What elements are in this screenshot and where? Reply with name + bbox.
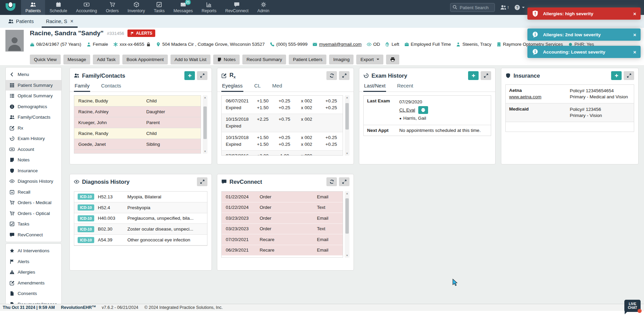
print-button[interactable] xyxy=(386,55,399,64)
insurance-carrier-link[interactable]: www.aetna.com xyxy=(509,94,570,99)
close-toast-icon[interactable]: × xyxy=(633,49,636,55)
nav-item[interactable]: Admin xyxy=(253,0,274,15)
add-to-wait-list-button[interactable]: Add to Wait List xyxy=(170,55,210,64)
sidebar-item[interactable]: Menu xyxy=(6,69,61,80)
close-toast-icon[interactable]: × xyxy=(633,11,636,17)
imaging-button[interactable]: Imaging xyxy=(329,55,354,64)
sidebar-item[interactable]: Orders - Medical xyxy=(6,197,61,208)
close-toast-icon[interactable]: × xyxy=(633,32,636,38)
scrollbar-thumb[interactable] xyxy=(345,198,349,234)
book-appointment-button[interactable]: Book Appointment xyxy=(122,55,168,64)
sidebar-item[interactable]: Alerts xyxy=(6,256,61,267)
nav-item[interactable]: RevConnect xyxy=(221,0,253,15)
sidebar-item[interactable]: Tasks xyxy=(6,219,61,230)
rx-row[interactable]: 07/07/2016 +2.00 -1.00 x 090 xyxy=(222,151,343,156)
scrollbar[interactable]: ▲▼ xyxy=(203,95,207,154)
live-chat-button[interactable]: LIVE CHAT xyxy=(624,300,641,312)
nav-item[interactable]: Schedule xyxy=(45,0,72,15)
insurance-row[interactable] xyxy=(506,122,634,132)
sidebar-item[interactable]: Insurance xyxy=(6,165,61,176)
alerts-badge[interactable]: ALERTS xyxy=(127,29,155,37)
family-row[interactable]: Racine, Randy Child xyxy=(74,128,201,139)
scrollbar-thumb[interactable] xyxy=(203,106,207,139)
revconnect-row[interactable]: 07/20/2021 Recare Email xyxy=(222,234,343,245)
scrollbar-thumb[interactable] xyxy=(345,103,349,130)
tab-last-next[interactable]: Last/Next xyxy=(363,82,386,92)
quick-view-button[interactable]: Quick View xyxy=(30,55,61,64)
nav-item[interactable]: Patients xyxy=(21,0,45,15)
scroll-down-icon[interactable]: ▼ xyxy=(204,150,206,153)
insurance-row[interactable]: Medicaid Policy# 123456 Primary - Vision xyxy=(506,103,634,122)
diagnosis-row[interactable]: ICD-10 H52.4 Presbyopia xyxy=(74,202,207,213)
revconnect-row[interactable]: 06/29/2021 Recare Email xyxy=(222,245,343,256)
toast-notification[interactable]: Accounting: Lowest severity × xyxy=(527,46,641,58)
patient-email-link[interactable]: myemail@gmail.com xyxy=(319,42,361,47)
message-button[interactable]: Message xyxy=(63,55,90,64)
sidebar-item[interactable]: RevConnect xyxy=(6,230,61,240)
family-row[interactable]: Goede, Janet Sibling xyxy=(74,139,201,150)
tab-cl[interactable]: CL xyxy=(254,82,261,92)
expand-card-button[interactable] xyxy=(339,71,349,80)
sidebar-item[interactable]: Consents xyxy=(6,288,61,299)
expand-card-button[interactable] xyxy=(197,71,207,80)
nav-item[interactable]: Inventory xyxy=(123,0,149,15)
exam-type-link[interactable]: CL Eval xyxy=(399,107,415,113)
patient-photo-placeholder[interactable] xyxy=(5,30,24,52)
expand-card-button[interactable] xyxy=(197,177,207,186)
nav-item[interactable]: Accounting xyxy=(72,0,101,15)
active-users-button[interactable]: ! xyxy=(500,4,509,11)
open-patient-tab[interactable]: Racine, S × xyxy=(44,15,75,28)
sidebar-item[interactable]: AI Interventions xyxy=(6,245,61,256)
sidebar-item[interactable]: Account xyxy=(6,144,61,155)
sidebar-item[interactable]: Recall xyxy=(6,187,61,198)
scrollbar[interactable]: ▲▼ xyxy=(345,191,349,258)
scroll-down-icon[interactable]: ▼ xyxy=(346,152,348,155)
diagnosis-row[interactable]: ICD-10 H40.003 Preglaucoma, unspecified,… xyxy=(74,213,207,224)
tab-recent[interactable]: Recent xyxy=(396,82,414,92)
insurance-row[interactable]: Aetna www.aetna.com Policy# 12345654654 … xyxy=(506,85,634,103)
diagnosis-row[interactable]: ICD-10 A54.39 Other gonococcal eye infec… xyxy=(74,235,207,245)
sidebar-item[interactable]: Orders - Optical xyxy=(6,208,61,219)
tab-contacts[interactable]: Contacts xyxy=(100,82,122,92)
revconnect-row[interactable]: 01/22/2024 Order Email xyxy=(222,192,343,202)
sidebar-item[interactable]: Exam History xyxy=(6,133,61,144)
sidebar-item[interactable]: Allergies xyxy=(6,267,61,278)
scroll-up-icon[interactable]: ▲ xyxy=(346,96,348,99)
add-insurance-button[interactable] xyxy=(611,71,622,80)
family-row[interactable]: Racine, Ashley Daughter xyxy=(74,106,201,117)
nav-item[interactable]: Orders xyxy=(101,0,123,15)
scroll-up-icon[interactable]: ▲ xyxy=(346,192,348,195)
tab-family[interactable]: Family xyxy=(74,82,90,92)
diagnosis-row[interactable]: ICD-10 H52.13 Myopia, Bilateral xyxy=(74,192,207,202)
revconnect-row[interactable]: 03/23/2023 Order Text xyxy=(222,224,343,235)
revolutionehr-logo[interactable] xyxy=(0,0,21,15)
tab-eyeglass[interactable]: Eyeglass xyxy=(221,82,243,92)
sidebar-item[interactable]: Notes xyxy=(6,155,61,165)
sidebar-item[interactable]: Rx xyxy=(6,123,61,134)
sidebar-item[interactable]: Family/Contacts xyxy=(6,112,61,123)
family-row[interactable]: Krueger, John Parent xyxy=(74,117,201,128)
patients-module-tab[interactable]: Patients xyxy=(8,15,34,28)
revconnect-row[interactable]: 01/22/2024 Order Text xyxy=(222,202,343,213)
expand-card-button[interactable] xyxy=(339,177,349,186)
add-family-member-button[interactable] xyxy=(184,71,195,80)
nav-item[interactable]: Tasks xyxy=(149,0,169,15)
family-row[interactable]: Racine, Buddy Child xyxy=(74,96,201,106)
sidebar-item[interactable]: Documents/Images xyxy=(6,299,61,304)
add-task-button[interactable]: Add Task xyxy=(93,55,120,64)
record-summary-button[interactable]: Record Summary xyxy=(242,55,286,64)
diagnosis-row[interactable]: ICD-10 B02.30 Zoster ocular disease, uns… xyxy=(74,224,207,235)
patient-letters-button[interactable]: Patient Letters xyxy=(289,55,326,64)
rx-row[interactable]: 10/15/2018 +1.50 +0.25 x 002 +0.25 Expir… xyxy=(222,132,343,151)
nav-item[interactable]: 21 Messages xyxy=(169,0,197,15)
sidebar-item[interactable]: Patient Summary xyxy=(6,80,61,91)
toast-notification[interactable]: Allergies: high severity × xyxy=(527,7,641,20)
sidebar-item[interactable]: Amendments xyxy=(6,278,61,289)
scroll-down-icon[interactable]: ▼ xyxy=(346,254,348,257)
close-tab-icon[interactable]: × xyxy=(70,18,73,24)
print-exam-button[interactable] xyxy=(418,106,428,114)
refresh-card-button[interactable] xyxy=(326,71,337,80)
help-menu-button[interactable] xyxy=(514,4,525,11)
sidebar-item[interactable]: Optical Summary xyxy=(6,91,61,101)
sidebar-item[interactable]: Diagnosis History xyxy=(6,176,61,187)
